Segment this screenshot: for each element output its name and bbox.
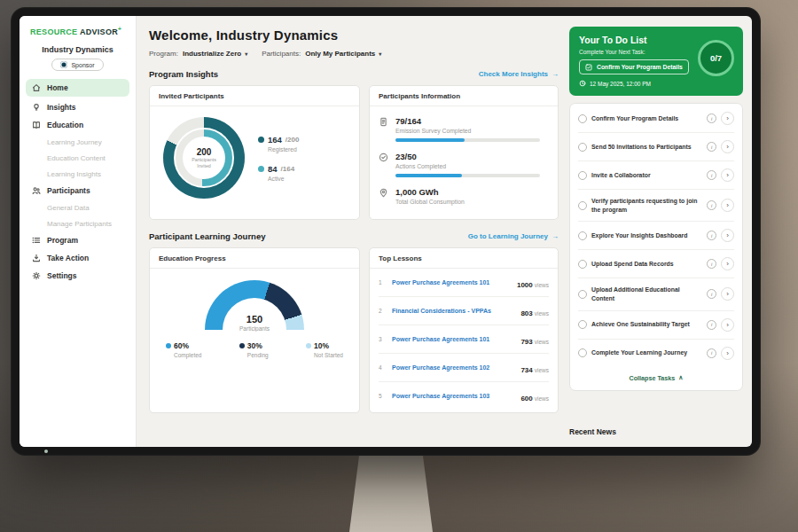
- info-icon[interactable]: i: [707, 200, 716, 210]
- sidebar-item-take-action[interactable]: Take Action: [20, 249, 136, 267]
- legend-label: Active: [268, 176, 299, 182]
- home-icon: [32, 83, 41, 92]
- learning-journey-header: Participant Learning Journey Go to Learn…: [149, 231, 559, 241]
- nav-label: Participants: [47, 186, 90, 195]
- invited-participants-card: Invited Participants 200 Participants In…: [149, 85, 360, 220]
- logo-advisor: ADVISOR: [80, 27, 118, 36]
- lesson-views: 793: [520, 338, 532, 346]
- task-checkbox[interactable]: [578, 114, 587, 123]
- app-logo: RESOURCE ADVISOR+: [20, 26, 136, 36]
- chevron-right-icon[interactable]: ›: [721, 287, 734, 301]
- legend-label: Registered: [268, 146, 299, 153]
- lesson-rank: 3: [379, 336, 387, 342]
- checkbox-icon: [585, 64, 592, 71]
- legend-pct: 10%: [314, 341, 329, 350]
- lesson-title-link[interactable]: Power Purchase Agreements 103: [392, 393, 515, 399]
- chevron-right-icon[interactable]: ›: [721, 229, 734, 242]
- lesson-views: 600: [520, 395, 532, 403]
- info-icon[interactable]: i: [707, 170, 716, 180]
- legend-suffix: /164: [281, 165, 295, 173]
- chevron-right-icon[interactable]: ›: [721, 347, 734, 360]
- todo-tasks-card: Confirm Your Program Details i › Send 50…: [569, 103, 743, 391]
- info-row-actions: 23/50 Actions Completed: [379, 152, 549, 177]
- check-circle-icon: [379, 153, 388, 162]
- sidebar-item-insights[interactable]: Insights: [20, 98, 136, 116]
- gear-icon: [32, 271, 41, 280]
- info-icon[interactable]: i: [707, 289, 716, 299]
- lesson-title-link[interactable]: Power Purchase Agreements 101: [392, 279, 512, 286]
- program-filter-label: Program:: [149, 50, 178, 58]
- check-more-insights-link[interactable]: Check More Insights →: [479, 70, 559, 78]
- legend-dot-pending: [239, 343, 245, 348]
- task-checkbox[interactable]: [578, 201, 587, 210]
- chevron-right-icon[interactable]: ›: [721, 199, 734, 212]
- task-label: Confirm Your Program Details: [591, 114, 702, 123]
- monitor: RESOURCE ADVISOR+ Industry Dynamics Spon…: [11, 7, 761, 456]
- info-icon[interactable]: i: [707, 231, 716, 240]
- book-icon: [32, 121, 41, 129]
- learning-cards-row: Education Progress 150 Participants 60: [149, 247, 559, 413]
- info-icon[interactable]: i: [707, 142, 716, 152]
- go-to-learning-journey-link[interactable]: Go to Learning Journey →: [468, 232, 559, 240]
- chevron-right-icon[interactable]: ›: [721, 112, 734, 125]
- info-icon[interactable]: i: [707, 348, 716, 358]
- info-label: Actions Completed: [395, 163, 549, 169]
- task-label: Complete Your Learning Journey: [591, 348, 702, 357]
- legend-pending: 30% Pending: [239, 341, 269, 358]
- chevron-right-icon[interactable]: ›: [721, 257, 734, 270]
- collapse-label: Collapse Tasks: [630, 374, 676, 382]
- task-label: Achieve One Sustainability Target: [591, 320, 702, 329]
- donut-center-value: 200: [197, 147, 212, 157]
- legend-pct: 60%: [174, 341, 189, 350]
- lesson-row: 1 Power Purchase Agreements 101 1000view…: [379, 269, 549, 297]
- sponsor-badge: Sponsor: [51, 59, 103, 71]
- lesson-title-link[interactable]: Power Purchase Agreements 102: [392, 364, 515, 371]
- monitor-stand: [349, 454, 433, 532]
- filter-bar: Program: Industrialize Zero ▾ Participan…: [149, 50, 559, 58]
- sidebar-item-program[interactable]: Program: [20, 231, 136, 249]
- next-task-chip[interactable]: Confirm Your Program Details: [579, 59, 689, 74]
- task-checkbox[interactable]: [578, 231, 587, 240]
- info-icon[interactable]: i: [707, 259, 716, 269]
- people-icon: [32, 186, 41, 195]
- sidebar-item-participants[interactable]: Participants: [20, 182, 136, 200]
- task-checkbox[interactable]: [578, 171, 587, 180]
- page-title: Welcome, Industry Dynamics: [149, 27, 559, 43]
- due-date-label: 12 May 2025, 12:00 PM: [590, 81, 651, 87]
- lesson-title-link[interactable]: Power Purchase Agreements 101: [392, 336, 515, 342]
- lesson-views-label: views: [535, 310, 549, 317]
- recent-news-title: Recent News: [569, 419, 743, 438]
- program-filter-dropdown[interactable]: Industrialize Zero ▾: [183, 50, 247, 58]
- task-checkbox[interactable]: [578, 290, 587, 299]
- learning-journey-title: Participant Learning Journey: [149, 231, 265, 241]
- task-checkbox[interactable]: [578, 320, 587, 329]
- participants-filter-dropdown[interactable]: Only My Participants ▾: [305, 50, 381, 58]
- sidebar-item-manage-participants[interactable]: Manage Participants: [20, 215, 136, 231]
- chevron-right-icon[interactable]: ›: [721, 168, 734, 182]
- task-checkbox[interactable]: [578, 348, 587, 357]
- sidebar-item-education-content[interactable]: Education Content: [20, 150, 136, 166]
- sidebar-item-learning-journey[interactable]: Learning Journey: [20, 134, 136, 150]
- chevron-right-icon[interactable]: ›: [721, 140, 734, 153]
- task-label: Verify participants requesting to join t…: [591, 197, 702, 214]
- info-icon[interactable]: i: [707, 320, 716, 330]
- logo-plus: +: [118, 26, 121, 32]
- task-checkbox[interactable]: [578, 260, 587, 269]
- lesson-views-label: views: [535, 339, 549, 345]
- top-lessons-card: Top Lessons 1 Power Purchase Agreements …: [369, 247, 559, 413]
- task-row: Invite a Collaborator i ›: [578, 161, 734, 190]
- sidebar-item-learning-insights[interactable]: Learning Insights: [20, 166, 136, 182]
- collapse-tasks-button[interactable]: Collapse Tasks ∧: [578, 367, 734, 390]
- chevron-right-icon[interactable]: ›: [721, 318, 734, 332]
- legend-dot-registered: [258, 137, 264, 143]
- sidebar-item-education[interactable]: Education: [20, 116, 136, 134]
- sidebar-item-general-data[interactable]: General Data: [20, 200, 136, 215]
- task-checkbox[interactable]: [578, 143, 587, 152]
- legend-dot-not-started: [306, 343, 311, 348]
- nav-label: Education: [47, 121, 83, 129]
- sidebar-item-home[interactable]: Home: [26, 79, 129, 97]
- lesson-title-link[interactable]: Financial Considerations - VPPAs: [392, 308, 515, 314]
- info-icon[interactable]: i: [707, 113, 716, 123]
- legend-active: 84 /164 Active: [258, 164, 299, 182]
- sidebar-item-settings[interactable]: Settings: [20, 267, 136, 285]
